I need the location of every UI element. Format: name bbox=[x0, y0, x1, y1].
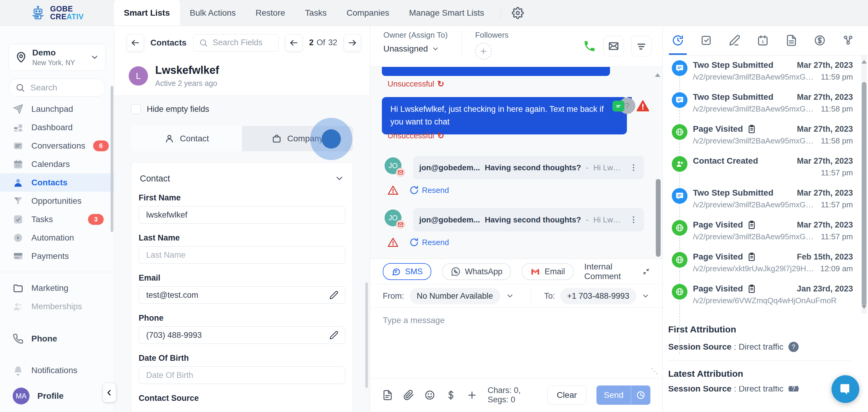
help-icon[interactable] bbox=[788, 342, 799, 352]
sidebar-item-opportunities[interactable]: Opportunities bbox=[0, 192, 114, 210]
resend-button[interactable]: Resend bbox=[409, 237, 449, 247]
email-row[interactable]: jon@gobedem... Having second thoughts? -… bbox=[413, 156, 644, 179]
sms-bubble-partial[interactable] bbox=[382, 67, 610, 76]
sidebar-item-marketing[interactable]: Marketing bbox=[0, 279, 114, 297]
scrollbar-thumb[interactable] bbox=[656, 179, 661, 257]
retry-icon[interactable]: ↻ bbox=[437, 79, 444, 89]
scroll-up-icon[interactable] bbox=[861, 57, 867, 64]
sidebar-scrollbar[interactable] bbox=[111, 86, 113, 232]
tab-smart-lists[interactable]: Smart Lists bbox=[114, 0, 180, 26]
add-element-icon[interactable] bbox=[467, 390, 477, 401]
sidebar-item-tasks[interactable]: Tasks 3 bbox=[0, 210, 114, 228]
tab-whatsapp[interactable]: WhatsApp bbox=[442, 263, 511, 280]
email-menu-icon[interactable] bbox=[629, 215, 638, 224]
sidebar-item-notifications[interactable]: Notifications bbox=[0, 361, 114, 379]
copy-url-icon[interactable] bbox=[747, 124, 756, 133]
tab-associations[interactable] bbox=[840, 26, 856, 55]
tab-activity-history[interactable] bbox=[670, 26, 686, 55]
add-follower-button[interactable] bbox=[475, 43, 492, 60]
search-fields-input[interactable] bbox=[212, 38, 273, 47]
tab-notes[interactable] bbox=[727, 26, 742, 55]
sidebar-item-payments[interactable]: Payments bbox=[0, 247, 114, 265]
resend-button[interactable]: Resend bbox=[409, 185, 449, 195]
location-switcher[interactable]: Demo New York, NY bbox=[8, 44, 105, 71]
contact-panel-scrollbar[interactable] bbox=[365, 282, 368, 388]
sidebar-item-dashboard[interactable]: Dashboard bbox=[0, 118, 114, 136]
clear-button[interactable]: Clear bbox=[547, 385, 586, 405]
retry-icon[interactable]: ↻ bbox=[437, 131, 444, 141]
attachment-icon[interactable] bbox=[403, 390, 414, 401]
send-button[interactable]: Send bbox=[596, 385, 650, 405]
message-textarea[interactable] bbox=[370, 308, 662, 378]
tab-documents[interactable] bbox=[784, 26, 799, 55]
sidebar-item-automation[interactable]: Automation bbox=[0, 228, 114, 247]
scroll-up-icon[interactable] bbox=[655, 70, 660, 77]
tab-manage-smart-lists[interactable]: Manage Smart Lists bbox=[399, 0, 494, 26]
support-chat-widget[interactable] bbox=[832, 375, 859, 403]
delivery-error-icon[interactable] bbox=[637, 99, 649, 112]
sidebar-item-launchpad[interactable]: Launchpad bbox=[0, 100, 114, 118]
sidebar-item-conversations[interactable]: Conversations 6 bbox=[0, 136, 114, 155]
tab-payments-panel[interactable] bbox=[812, 26, 828, 55]
sidebar-collapse-button[interactable] bbox=[103, 383, 116, 402]
tab-companies[interactable]: Companies bbox=[337, 0, 399, 26]
sidebar-item-memberships[interactable]: Memberships bbox=[0, 297, 114, 316]
prev-contact-button[interactable] bbox=[285, 34, 302, 51]
tab-tasks[interactable]: Tasks bbox=[295, 0, 337, 26]
copy-url-icon[interactable] bbox=[747, 284, 756, 293]
payment-request-icon[interactable] bbox=[445, 390, 456, 401]
to-number-select[interactable]: +1 703-488-9993 bbox=[560, 288, 637, 304]
copy-url-icon[interactable] bbox=[747, 220, 756, 229]
email-action-button[interactable] bbox=[603, 36, 624, 56]
tab-email[interactable]: Email bbox=[522, 263, 574, 280]
activity-scrollbar[interactable] bbox=[861, 56, 867, 313]
tab-tasks-panel[interactable] bbox=[698, 26, 714, 55]
back-button[interactable] bbox=[127, 34, 144, 51]
schedule-send-icon[interactable] bbox=[631, 390, 650, 400]
email-input[interactable] bbox=[146, 290, 326, 300]
phone-input[interactable] bbox=[146, 330, 326, 340]
dob-input[interactable] bbox=[146, 371, 338, 380]
call-icon[interactable] bbox=[583, 39, 596, 53]
first-name-input[interactable] bbox=[146, 210, 338, 220]
filter-conversation-button[interactable] bbox=[631, 36, 652, 56]
messages-scrollbar[interactable] bbox=[655, 67, 661, 259]
hide-empty-checkbox[interactable] bbox=[131, 104, 141, 114]
scrollbar-thumb[interactable] bbox=[862, 82, 867, 306]
copy-url-icon[interactable] bbox=[747, 252, 756, 261]
resize-handle[interactable]: ⋰ bbox=[650, 368, 659, 375]
chevron-down-icon[interactable] bbox=[641, 292, 650, 300]
sidebar-item-contacts[interactable]: Contacts bbox=[0, 173, 114, 192]
sidebar-item-calendars[interactable]: Calendars bbox=[0, 155, 114, 173]
owner-select[interactable]: Unassigned bbox=[383, 44, 447, 54]
from-number-select[interactable]: No Number Available bbox=[410, 288, 500, 304]
email-menu-icon[interactable] bbox=[629, 163, 638, 172]
sidebar-item-profile[interactable]: MA Profile bbox=[0, 385, 114, 407]
timeline-item[interactable]: Two Step SubmittedMar 27th, 2023 /v2/pre… bbox=[663, 92, 853, 115]
email-row[interactable]: jon@gobedem... Having second thoughts? -… bbox=[413, 208, 644, 231]
tab-appointments[interactable]: 1 bbox=[755, 26, 771, 55]
gear-icon[interactable] bbox=[512, 7, 524, 19]
templates-icon[interactable] bbox=[382, 390, 393, 401]
timeline-item[interactable]: Page VisitedFeb 15th, 2023 /v2/preview/x… bbox=[663, 252, 853, 274]
timeline-item[interactable]: Two Step SubmittedMar 27th, 2023 /v2/pre… bbox=[663, 188, 853, 210]
sms-bubble[interactable]: Hi Lwskefwlkef, just checking in here ag… bbox=[382, 97, 627, 134]
scroll-down-icon[interactable] bbox=[861, 305, 867, 312]
tab-company[interactable]: Company bbox=[242, 126, 353, 151]
last-name-input[interactable] bbox=[146, 250, 338, 260]
tab-contact[interactable]: Contact bbox=[131, 126, 242, 151]
timeline-item[interactable]: Page VisitedJan 23rd, 2023 /v2/preview/6… bbox=[663, 284, 853, 306]
help-icon[interactable] bbox=[788, 386, 799, 391]
timeline-item[interactable]: Page VisitedMar 27th, 2023 /v2/preview/3… bbox=[663, 220, 853, 242]
sidebar-item-phone[interactable]: Phone bbox=[0, 329, 114, 348]
chevron-down-icon[interactable] bbox=[506, 292, 514, 300]
timeline-item[interactable]: Page VisitedMar 27th, 2023 /v2/preview/3… bbox=[663, 124, 853, 147]
search-fields-box[interactable] bbox=[193, 34, 279, 52]
tab-restore[interactable]: Restore bbox=[246, 0, 295, 26]
timeline-item[interactable]: Contact CreatedMar 27th, 2023 11:57 pm bbox=[663, 156, 853, 179]
internal-comment-toggle[interactable]: Internal Comment bbox=[584, 262, 650, 281]
emoji-icon[interactable] bbox=[424, 390, 435, 401]
tab-bulk-actions[interactable]: Bulk Actions bbox=[180, 0, 246, 26]
next-contact-button[interactable] bbox=[344, 34, 361, 51]
timeline-item[interactable]: Two Step SubmittedMar 27th, 2023 /v2/pre… bbox=[663, 60, 853, 83]
